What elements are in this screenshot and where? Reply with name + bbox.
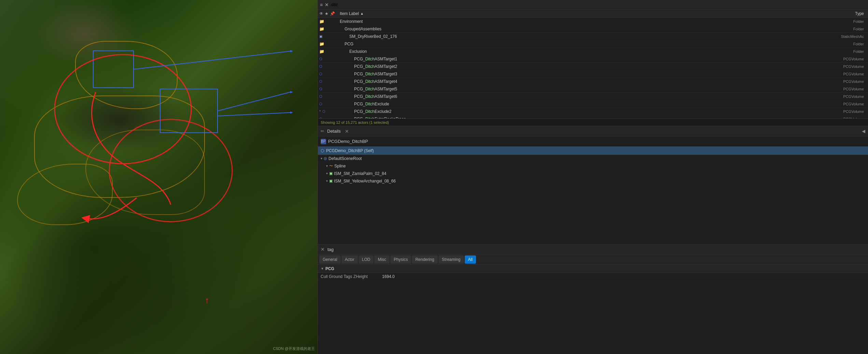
tag-close-icon[interactable]: ✕ bbox=[321, 247, 325, 252]
tab-misc[interactable]: Misc bbox=[374, 255, 390, 264]
pcg-section-header[interactable]: ▼ PCG bbox=[318, 265, 868, 273]
outliner-close-icon[interactable]: ✕ bbox=[325, 2, 329, 8]
details-self-row[interactable]: ⬡ PCGDemo_DitchBP (Self) bbox=[318, 147, 868, 155]
table-row[interactable]: 📁 PCG Folder bbox=[318, 40, 868, 48]
table-row[interactable]: ⬡ PCG_DitchASMTarget6 PCGVolume bbox=[318, 93, 868, 100]
tree-collapse-arrow: ▾ bbox=[326, 179, 328, 183]
tree-collapse-arrow: ▾ bbox=[326, 164, 328, 168]
table-row[interactable]: ▣ SM_DryRiverBed_02_176 StaticMeshAc bbox=[318, 33, 868, 40]
outliner-search-text: ditc bbox=[331, 2, 338, 7]
table-row[interactable]: ⬡ PCG_DitchASMTarget5 PCGVolume bbox=[318, 85, 868, 93]
details-tree[interactable]: ▾ ◎ DefaultSceneRoot ▾ 〜 Spline ▾ ▣ ISM_… bbox=[318, 155, 868, 244]
tree-collapse-arrow: ▾ bbox=[321, 157, 322, 160]
pcg-properties-section: ▼ PCG Cull Ground Tags ZHeight 1694.0 bbox=[318, 265, 868, 354]
outliner-icon-cols: 👁 ★ 📌 bbox=[319, 11, 340, 16]
section-label: PCG bbox=[325, 266, 334, 271]
pcg-volume-icon: ⬡ bbox=[319, 57, 322, 61]
ism-icon: ▣ bbox=[329, 171, 333, 176]
prop-label: Cull Ground Tags ZHeight bbox=[321, 274, 382, 279]
details-title-text: PCGDemo_DitchBP bbox=[328, 139, 368, 144]
pcg-volume-icon: ⬡ bbox=[319, 87, 322, 91]
details-panel: ✏ Details ✕ ◀ BP PCGDemo_DitchBP ⬡ PCGDe… bbox=[318, 126, 868, 354]
tab-actor[interactable]: Actor bbox=[341, 255, 358, 264]
annotation-box-1 bbox=[93, 50, 134, 88]
tab-streaming[interactable]: Streaming bbox=[438, 255, 464, 264]
table-row[interactable]: * ⬡ PCG_DitchExclude2 PCGVolume bbox=[318, 108, 868, 115]
prop-value: 1694.0 bbox=[382, 274, 865, 279]
tag-section: ✕ tag bbox=[318, 244, 868, 254]
section-expand-arrow: ▼ bbox=[321, 267, 324, 270]
pcg-volume-icon: ⬡ bbox=[319, 102, 322, 106]
star-marker: * bbox=[319, 109, 321, 114]
table-row[interactable]: 📁 Environment Folder bbox=[318, 18, 868, 25]
details-close-button[interactable]: ✕ bbox=[345, 129, 349, 134]
details-tabs-bar: General Actor LOD Misc Physics Rendering… bbox=[318, 254, 868, 265]
scene-root-icon: ◎ bbox=[324, 156, 327, 161]
svg-marker-7 bbox=[290, 112, 293, 114]
blueprint-icon: BP bbox=[321, 139, 326, 144]
details-collapse-button[interactable]: ◀ bbox=[862, 129, 865, 134]
folder-icon: 📁 bbox=[319, 27, 324, 31]
outliner: ≡ ✕ ditc 👁 ★ 📌 Item Label ▲ Type 📁 Envir… bbox=[318, 0, 868, 126]
details-tab-label[interactable]: Details bbox=[327, 129, 341, 134]
details-title: BP PCGDemo_DitchBP bbox=[318, 136, 868, 147]
table-row[interactable]: ⬡ PCG_DitchASMTarget2 PCGVolume bbox=[318, 63, 868, 70]
tab-rendering[interactable]: Rendering bbox=[412, 255, 437, 264]
tab-physics[interactable]: Physics bbox=[390, 255, 411, 264]
svg-marker-3 bbox=[290, 50, 293, 52]
tree-node-ism1[interactable]: ▾ ▣ ISM_SM_ZamiaPalm_02_84 bbox=[318, 170, 868, 177]
svg-line-4 bbox=[218, 92, 290, 111]
terrain-overlay: * ↓ bbox=[0, 0, 318, 354]
ism-icon: ▣ bbox=[329, 179, 333, 183]
tab-lod[interactable]: LOD bbox=[359, 255, 374, 264]
pcg-volume-icon: ⬡ bbox=[319, 79, 322, 83]
filter-icon[interactable]: ≡ bbox=[320, 2, 323, 8]
tree-node-label: DefaultSceneRoot bbox=[328, 156, 362, 161]
outliner-toolbar: ≡ ✕ ditc bbox=[318, 0, 868, 10]
folder-icon: 📁 bbox=[319, 19, 324, 24]
outliner-column-header: 👁 ★ 📌 Item Label ▲ Type bbox=[318, 10, 868, 18]
pcg-volume-icon: ⬡ bbox=[319, 64, 322, 68]
table-row[interactable]: ⬡ PCG_DitchASMTarget1 PCGVolume bbox=[318, 55, 868, 63]
table-row[interactable]: ⬡ PCG_DitchASMTarget3 PCGVolume bbox=[318, 70, 868, 78]
spline-icon: 〜 bbox=[329, 163, 333, 168]
tree-node-label: ISM_SM_YellowArchangel_08_66 bbox=[334, 179, 396, 183]
pcg-volume-icon: ⬡ bbox=[322, 109, 325, 113]
mesh-icon: ▣ bbox=[319, 34, 322, 38]
tab-general[interactable]: General bbox=[319, 255, 341, 264]
table-row[interactable]: 📁 Exclusion Folder bbox=[318, 48, 868, 55]
visibility-col-icon: 👁 bbox=[319, 11, 323, 16]
tree-node-spline[interactable]: ▾ 〜 Spline bbox=[318, 162, 868, 170]
svg-marker-5 bbox=[290, 91, 293, 93]
svg-line-6 bbox=[218, 113, 290, 116]
details-header: ✏ Details ✕ ◀ bbox=[318, 126, 868, 136]
table-row[interactable]: 📁 GroupedAssemblies Folder bbox=[318, 25, 868, 33]
tree-collapse-arrow: ▾ bbox=[326, 172, 328, 175]
details-self-text: PCGDemo_DitchBP (Self) bbox=[326, 148, 374, 153]
star-col-icon: ★ bbox=[325, 11, 328, 16]
right-panel: ≡ ✕ ditc 👁 ★ 📌 Item Label ▲ Type 📁 Envir… bbox=[318, 0, 868, 354]
viewport: * ↓ CSDN @开发游戏的老王 bbox=[0, 0, 318, 354]
table-row[interactable]: ⬡ PCG_DitchExclude PCGVolume bbox=[318, 100, 868, 108]
property-row: Cull Ground Tags ZHeight 1694.0 bbox=[318, 273, 868, 280]
tree-node-label: Spline bbox=[334, 164, 346, 168]
table-row[interactable]: ⬡ PCG_DitchASMTarget4 PCGVolume bbox=[318, 78, 868, 85]
table-row[interactable]: ⬡ PCG_DitchExtraRocksTrees PCGVolume bbox=[318, 115, 868, 118]
tree-node-ism2[interactable]: ▾ ▣ ISM_SM_YellowArchangel_08_66 bbox=[318, 177, 868, 185]
annotation-box-2 bbox=[160, 89, 218, 133]
red-down-arrow: ↓ bbox=[205, 297, 209, 306]
folder-icon: 📁 bbox=[319, 49, 324, 54]
outliner-label-col[interactable]: Item Label ▲ bbox=[340, 11, 819, 16]
pcg-volume-icon: ⬡ bbox=[319, 94, 322, 98]
sort-asc-icon: ▲ bbox=[360, 12, 364, 15]
tab-all[interactable]: All bbox=[465, 255, 476, 264]
outliner-list[interactable]: 📁 Environment Folder 📁 GroupedAssemblies… bbox=[318, 18, 868, 118]
self-bp-icon: ⬡ bbox=[321, 148, 324, 153]
watermark: CSDN @开发游戏的老王 bbox=[273, 346, 315, 351]
pin-col-icon: 📌 bbox=[330, 11, 335, 16]
tree-node-defaultsceneroot[interactable]: ▾ ◎ DefaultSceneRoot bbox=[318, 155, 868, 162]
tag-label: tag bbox=[327, 247, 334, 252]
pencil-icon: ✏ bbox=[321, 129, 324, 134]
outliner-status: Showing 12 of 15,271 actors (1 selected) bbox=[318, 118, 868, 126]
pcg-volume-icon: ⬡ bbox=[319, 72, 322, 76]
